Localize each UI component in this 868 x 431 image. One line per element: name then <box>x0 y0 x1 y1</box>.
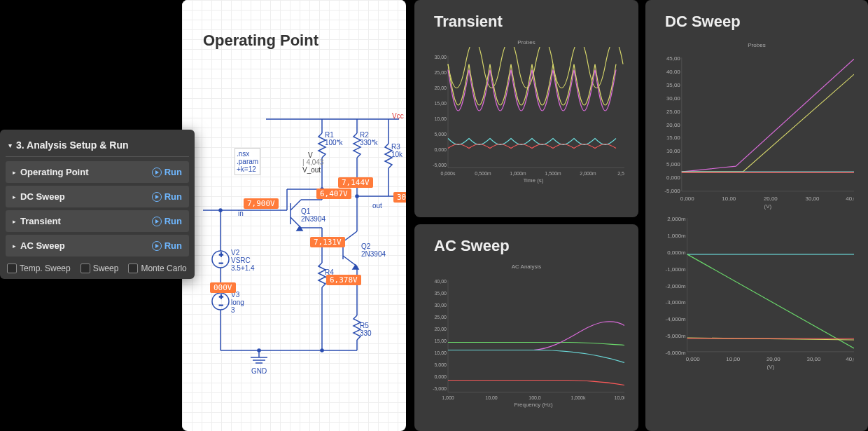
caret-right-icon: ▸ <box>13 242 16 249</box>
transient-card: Transient Probes 30,00 25,00 20,00 15,00… <box>414 0 638 217</box>
svg-text:10,00k: 10,00k <box>614 395 624 400</box>
v3-label: V3 long 3 <box>231 291 244 314</box>
svg-text:-6,000m: -6,000m <box>666 350 687 356</box>
ac-sweep-card: AC Sweep AC Analysis 40,00 35,00 30,00 2… <box>414 224 638 431</box>
svg-text:+: + <box>219 293 223 301</box>
svg-text:35,00: 35,00 <box>666 82 680 88</box>
svg-text:25,00: 25,00 <box>434 70 447 75</box>
svg-point-47 <box>356 195 358 198</box>
play-icon <box>152 217 162 226</box>
svg-text:0,000: 0,000 <box>680 196 694 202</box>
analysis-row-dc-sweep[interactable]: ▸ DC Sweep Run <box>6 186 189 207</box>
checkbox-label: Monte Carlo <box>141 264 186 273</box>
analysis-label: Operating Point <box>20 167 152 177</box>
checkbox-row: Temp. Sweep Sweep Monte Carlo <box>6 259 189 273</box>
setup-header[interactable]: ▾ 3. Analysis Setup & Run <box>6 135 189 157</box>
net-in: in <box>238 210 244 217</box>
caret-down-icon: ▾ <box>8 142 12 149</box>
svg-marker-25 <box>353 265 358 269</box>
analysis-row-transient[interactable]: ▸ Transient Run <box>6 210 189 232</box>
vout-label: V_out <box>302 166 321 174</box>
svg-text:0,000: 0,000 <box>666 175 680 181</box>
run-button-op[interactable]: Run <box>152 167 182 177</box>
dc-chart-bottom[interactable]: 2,000m 1,000m 0,000m -1,000m -2,000m -3,… <box>659 210 854 371</box>
svg-text:10,00: 10,00 <box>722 196 736 202</box>
svg-text:-5,000: -5,000 <box>433 163 447 167</box>
svg-line-23 <box>343 231 357 242</box>
run-label: Run <box>164 216 182 226</box>
dc-title: DC Sweep <box>665 13 741 31</box>
dc-chart-top[interactable]: Probes 45,00 40,00 35,00 30,00 25,00 20,… <box>659 42 854 203</box>
svg-text:-3,000m: -3,000m <box>666 299 687 306</box>
schematic-diagram: + − + − <box>182 63 406 392</box>
svg-text:100,0: 100,0 <box>528 395 541 400</box>
svg-text:40,00: 40,00 <box>666 69 680 75</box>
svg-text:20,00: 20,00 <box>666 122 680 128</box>
node-badge-farleft: 000V <box>210 282 236 293</box>
net-vcc: Vcc <box>392 112 404 120</box>
svg-text:5,000: 5,000 <box>666 161 680 167</box>
dc-sweep-card: DC Sweep Probes 45,00 40,00 35,00 30,00 … <box>645 0 868 431</box>
analysis-label: AC Sweep <box>20 240 152 251</box>
svg-text:20,00: 20,00 <box>766 356 780 362</box>
svg-text:Time (s): Time (s) <box>523 177 543 184</box>
svg-text:1,000m: 1,000m <box>667 233 686 239</box>
svg-text:-5,000: -5,000 <box>664 188 680 194</box>
ac-chart[interactable]: AC Analysis 40,00 35,00 30,00 25,00 20,0… <box>428 264 624 400</box>
ac-subtitle: AC Analysis <box>428 264 624 270</box>
run-button-tran[interactable]: Run <box>152 216 182 226</box>
svg-text:20,00: 20,00 <box>434 327 447 331</box>
checkbox-icon <box>80 264 90 273</box>
operating-point-card: Operating Point <box>182 0 406 431</box>
svg-text:25,00: 25,00 <box>666 109 680 115</box>
svg-text:40,0: 40,0 <box>846 356 854 362</box>
caret-right-icon: ▸ <box>13 193 16 200</box>
v-comment: | 4,043 <box>302 158 323 166</box>
svg-text:35,00: 35,00 <box>434 291 447 296</box>
svg-point-49 <box>258 349 260 352</box>
checkbox-monte-carlo[interactable]: Monte Carlo <box>128 264 186 273</box>
svg-text:1,000k: 1,000k <box>570 395 586 400</box>
dc-subtitle: Probes <box>659 42 854 48</box>
svg-marker-16 <box>297 226 302 231</box>
run-label: Run <box>164 167 182 177</box>
q1-label: Q12N3904 <box>301 207 326 223</box>
analysis-setup-panel: ▾ 3. Analysis Setup & Run ▸ Operating Po… <box>0 130 195 279</box>
checkbox-sweep[interactable]: Sweep <box>80 264 119 273</box>
node-badge-q1b: 6,407V <box>316 189 351 199</box>
run-button-ac[interactable]: Run <box>152 240 182 251</box>
svg-text:30,00: 30,00 <box>434 55 447 60</box>
checkbox-icon <box>128 264 138 273</box>
transient-title: Transient <box>434 13 503 31</box>
svg-text:10,00: 10,00 <box>666 148 680 154</box>
svg-text:(V): (V) <box>767 364 775 370</box>
svg-text:30,00: 30,00 <box>806 356 820 362</box>
r1-label: R1100*k <box>325 131 343 146</box>
svg-point-45 <box>219 209 222 212</box>
analysis-label: DC Sweep <box>20 191 152 202</box>
svg-text:20,00: 20,00 <box>764 196 778 202</box>
svg-text:−: − <box>219 301 223 309</box>
svg-text:-4,000m: -4,000m <box>666 316 687 322</box>
analysis-row-operating-point[interactable]: ▸ Operating Point Run <box>6 161 189 183</box>
svg-text:1,500m: 1,500m <box>545 171 561 176</box>
transient-chart[interactable]: Probes 30,00 25,00 20,00 15,00 10,00 5,0… <box>428 39 624 176</box>
run-label: Run <box>164 191 182 202</box>
svg-text:2,000m: 2,000m <box>667 216 686 222</box>
svg-text:0,000s: 0,000s <box>440 171 456 176</box>
checkbox-temp-sweep[interactable]: Temp. Sweep <box>7 264 71 273</box>
svg-text:25,00: 25,00 <box>434 315 447 320</box>
svg-text:40,0: 40,0 <box>846 196 854 202</box>
svg-point-50 <box>321 349 323 352</box>
run-button-dc[interactable]: Run <box>152 191 182 202</box>
setup-title: 3. Analysis Setup & Run <box>16 139 129 151</box>
svg-text:-1,000m: -1,000m <box>666 266 687 273</box>
checkbox-label: Sweep <box>93 264 119 273</box>
analysis-row-ac-sweep[interactable]: ▸ AC Sweep Run <box>6 235 189 256</box>
svg-text:45,00: 45,00 <box>666 55 680 62</box>
svg-text:-5,000m: -5,000m <box>666 333 687 339</box>
r5-label: R5330 <box>360 322 372 337</box>
svg-text:30,00: 30,00 <box>666 95 680 102</box>
svg-text:15,00: 15,00 <box>434 101 447 106</box>
svg-text:−: − <box>219 259 223 267</box>
